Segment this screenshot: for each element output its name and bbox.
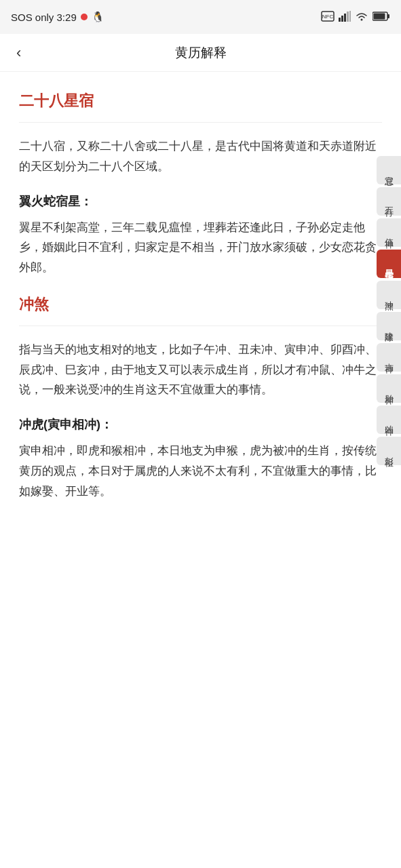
status-bar: SOS only 3:29 🐧 NFC	[0, 0, 401, 34]
text-star-lodge-intro: 二十八宿，又称二十八舍或二十八星，是古代中国将黄道和天赤道附近的天区划分为二十八…	[19, 136, 382, 177]
back-button[interactable]: ‹	[11, 39, 26, 67]
tab-xing-xiu[interactable]: 星宿	[377, 250, 401, 278]
right-tabs: 宜忌 五行 值神 星宿 冲煞 建除 吉神 胎神 凶神 彭祖	[377, 156, 401, 465]
svg-rect-5	[347, 12, 349, 22]
nav-bar: ‹ 黄历解释	[0, 34, 401, 72]
nav-title: 黄历解释	[175, 44, 227, 62]
heading-star-lodge: 二十八星宿	[19, 91, 382, 111]
text-yi-huo-poem: 翼星不利架高堂，三年二载见瘟惶，埋葬若还逢此日，子孙必定走他乡，婚姻此日不宜利，…	[19, 218, 382, 278]
svg-rect-4	[344, 14, 346, 22]
battery-icon	[373, 12, 390, 23]
tab-xiong-shen[interactable]: 凶神	[377, 406, 401, 434]
nfc-icon: NFC	[321, 11, 335, 24]
tab-ji-shen[interactable]: 吉神	[377, 343, 401, 372]
text-chong-sha-intro: 指与当天的地支相对的地支，比如子午冲、丑未冲、寅申冲、卯酉冲、辰戌冲、巳亥冲，由…	[19, 340, 382, 400]
status-dot	[81, 14, 88, 20]
section-chong-sha: 冲煞 指与当天的地支相对的地支，比如子午冲、丑未冲、寅申冲、卯酉冲、辰戌冲、巳亥…	[19, 294, 382, 502]
main-content: 二十八星宿 二十八宿，又称二十八舍或二十八星，是古代中国将黄道和天赤道附近的天区…	[0, 72, 401, 545]
svg-rect-2	[339, 18, 341, 22]
tab-tai-shen[interactable]: 胎神	[377, 374, 401, 403]
text-chong-hu-detail: 寅申相冲，即虎和猴相冲，本日地支为申猴，虎为被冲的生肖，按传统黄历的观点，本日对…	[19, 441, 382, 501]
status-text: SOS only 3:29	[11, 12, 77, 23]
svg-rect-3	[341, 16, 343, 22]
heading-chong-sha: 冲煞	[19, 294, 382, 315]
status-left: SOS only 3:29 🐧	[11, 11, 104, 23]
tab-yi-ji[interactable]: 宜忌	[377, 156, 401, 184]
tab-chong-sha[interactable]: 冲煞	[377, 281, 401, 309]
tab-zhi-shen[interactable]: 值神	[377, 218, 401, 247]
divider-1	[19, 122, 382, 123]
signal-icon	[339, 11, 351, 24]
subheading-chong-hu: 冲虎(寅申相冲)：	[19, 416, 382, 433]
divider-2	[19, 326, 382, 326]
wifi-icon	[355, 11, 368, 24]
svg-text:NFC: NFC	[322, 14, 334, 20]
tab-wu-xing[interactable]: 五行	[377, 187, 401, 216]
status-emoji: 🐧	[92, 11, 104, 23]
svg-rect-8	[374, 13, 385, 19]
svg-rect-6	[349, 11, 351, 22]
status-right: NFC	[321, 11, 390, 24]
tab-peng-zu[interactable]: 彭祖	[377, 437, 401, 465]
section-star-lodge: 二十八星宿 二十八宿，又称二十八舍或二十八星，是古代中国将黄道和天赤道附近的天区…	[19, 91, 382, 278]
subheading-yi-huo: 翼火蛇宿星：	[19, 193, 382, 210]
svg-rect-9	[387, 14, 389, 18]
tab-jian-chu[interactable]: 建除	[377, 312, 401, 340]
